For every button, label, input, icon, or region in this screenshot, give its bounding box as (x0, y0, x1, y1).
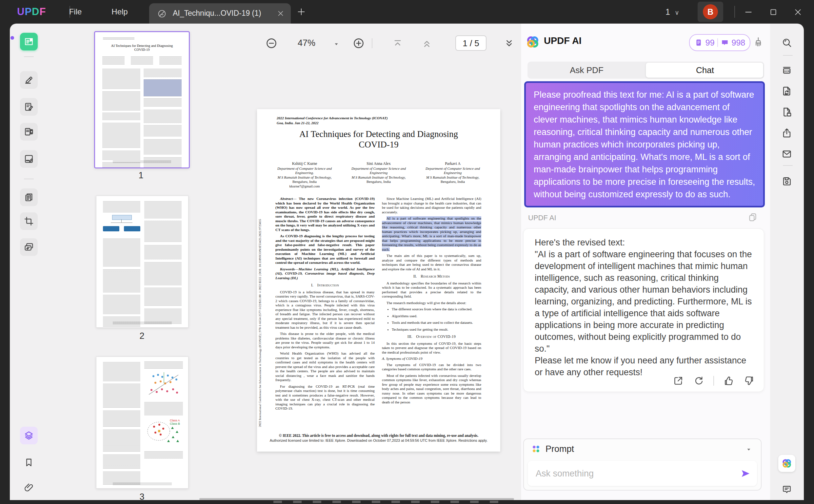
menu-file[interactable]: File (62, 0, 88, 24)
tool-bookmark[interactable] (20, 454, 38, 471)
thumbs-down-icon[interactable] (744, 375, 755, 386)
ai-tabs: Ask PDF Chat (528, 62, 764, 79)
updf-ai-logo (525, 34, 541, 50)
regenerate-icon[interactable] (693, 375, 704, 386)
page-indicator[interactable]: 1 / 5 (456, 35, 487, 51)
prompt-box: Prompt (523, 438, 762, 491)
tool-fill-sign[interactable] (20, 150, 38, 168)
email-icon (781, 148, 792, 160)
updf-ai-logo (781, 457, 793, 469)
user-message[interactable]: Please proofread this text for me: AI is… (524, 81, 765, 207)
ai-response-card[interactable]: Here's the revised text: "AI is a part o… (523, 228, 764, 392)
thumbnail-page-3[interactable]: Class A Class B (96, 357, 188, 489)
ai-credits[interactable]: 99 998 (689, 34, 750, 51)
tab-ask-pdf[interactable]: Ask PDF (528, 62, 646, 79)
updf-ai-floating-button[interactable] (778, 455, 795, 472)
paper-author: Kshitij C KurneDepartment of Computer Sc… (269, 162, 340, 188)
prompt-dropdown[interactable]: Prompt (546, 444, 574, 454)
zoom-level[interactable]: 47% (290, 38, 323, 48)
chat-credit-count: 998 (732, 38, 746, 48)
tool-save[interactable] (779, 173, 795, 189)
tool-layers[interactable] (20, 427, 38, 444)
paper-paragraph: The research methodology will give the d… (382, 301, 481, 305)
previous-page-button[interactable] (421, 38, 433, 49)
paper-side-text: 2022 International Conference for Advanc… (258, 184, 262, 427)
window-count-dropdown[interactable]: 1∨ (666, 0, 679, 24)
reader-icon (24, 36, 34, 47)
thumbnail-page-1[interactable]: AI Techniques for Detecting and Diagnosi… (94, 31, 190, 168)
cleaner-icon[interactable] (752, 36, 764, 48)
thumbs-up-icon[interactable] (723, 375, 734, 386)
tool-organize-pages[interactable] (20, 123, 38, 141)
menu-help[interactable]: Help (105, 0, 134, 24)
edit-icon (24, 102, 34, 112)
zoom-in-button[interactable] (352, 37, 365, 49)
page-tools-icon (24, 192, 34, 203)
paper-right-column: Since Machine Learning (ML) and Artifici… (382, 197, 481, 406)
next-page-button[interactable] (503, 38, 515, 49)
tool-protect[interactable] (779, 104, 795, 120)
paper-bullet: Algorithms used. (392, 314, 481, 319)
toolbar-divider (783, 165, 793, 166)
paper-footer: © IEEE 2022. This article is free to acc… (257, 434, 500, 442)
section-heading: II.Research Metods (382, 274, 481, 279)
search-icon (781, 37, 792, 48)
updf-logo[interactable]: UPDF (17, 6, 46, 18)
tab-document-icon (157, 9, 167, 19)
crop-icon (24, 216, 34, 226)
pdf-page[interactable]: 2022 International Conference for Advanc… (257, 109, 500, 452)
zoom-out-button[interactable] (265, 37, 278, 49)
response-author-label: UPDF AI (528, 214, 556, 222)
close-button[interactable] (794, 8, 802, 16)
account-button[interactable]: B (698, 2, 723, 22)
conference-header: 2022 International Conference for Advanc… (277, 116, 388, 126)
actions-divider (713, 376, 714, 386)
svg-text:OCR: OCR (784, 70, 790, 73)
minimize-button[interactable] (744, 8, 753, 16)
toolbar-divider (24, 56, 34, 57)
paper-left-column: Abstract— The new Coronavirus infection … (275, 197, 375, 413)
tab-chat[interactable]: Chat (646, 62, 764, 79)
paper-bullet-list: The different sources from where the dat… (382, 307, 481, 332)
insert-to-pdf-icon[interactable] (673, 375, 684, 386)
toolbar-divider (24, 179, 34, 179)
paper-paragraph: This disease is prone to the older peopl… (275, 332, 375, 349)
tool-attachment[interactable] (20, 479, 38, 497)
zoom-dropdown-caret[interactable] (333, 41, 340, 48)
thumbnail-label-3: 3 (95, 492, 189, 500)
copy-icon[interactable] (748, 212, 758, 222)
tool-crop[interactable] (20, 212, 38, 230)
document-tab[interactable]: AI_Techniqu...OVID-19 (1) (149, 3, 291, 24)
paper-paragraph: The main aim of this paper is to systema… (382, 254, 481, 271)
tool-share[interactable] (779, 125, 795, 141)
send-icon[interactable] (740, 468, 751, 479)
tab-title: AI_Techniqu...OVID-19 (1) (173, 9, 261, 18)
thumbnail-page-2[interactable] (96, 196, 188, 328)
tool-email[interactable] (779, 146, 795, 162)
section-heading: III.Overview of COVID-19 (382, 335, 481, 339)
tool-comment[interactable] (780, 482, 794, 497)
tool-convert[interactable] (779, 83, 795, 99)
tool-highlighter[interactable] (20, 71, 38, 89)
selected-paragraph[interactable]: AI is a part of software engineering tha… (382, 216, 481, 252)
tool-screenshot[interactable] (20, 238, 38, 256)
paper-paragraph: COVID-19 is a infectious disease, that h… (275, 290, 375, 330)
thumbnail-label-1: 1 (94, 170, 188, 181)
ask-input[interactable] (535, 461, 715, 487)
maximize-button[interactable] (769, 8, 778, 16)
tool-search[interactable] (779, 35, 795, 50)
tool-edit[interactable] (20, 98, 38, 116)
prompt-caret-icon[interactable] (745, 446, 752, 453)
bookmark-icon (24, 457, 34, 468)
go-to-top-button[interactable] (392, 38, 403, 49)
tab-close-icon[interactable] (277, 10, 284, 17)
tool-ocr[interactable]: OCR (779, 62, 795, 78)
toolbar-divider (372, 38, 372, 48)
tool-reader[interactable] (20, 33, 38, 50)
tool-page-tools[interactable] (20, 188, 38, 206)
new-tab-button[interactable] (297, 7, 306, 16)
titlebar-divider-2 (734, 6, 735, 18)
prompt-dots-icon (531, 443, 542, 455)
avatar: B (703, 4, 718, 19)
paper-paragraph: For diagnosing the COVID-19 an RT-PCR (r… (275, 384, 375, 411)
